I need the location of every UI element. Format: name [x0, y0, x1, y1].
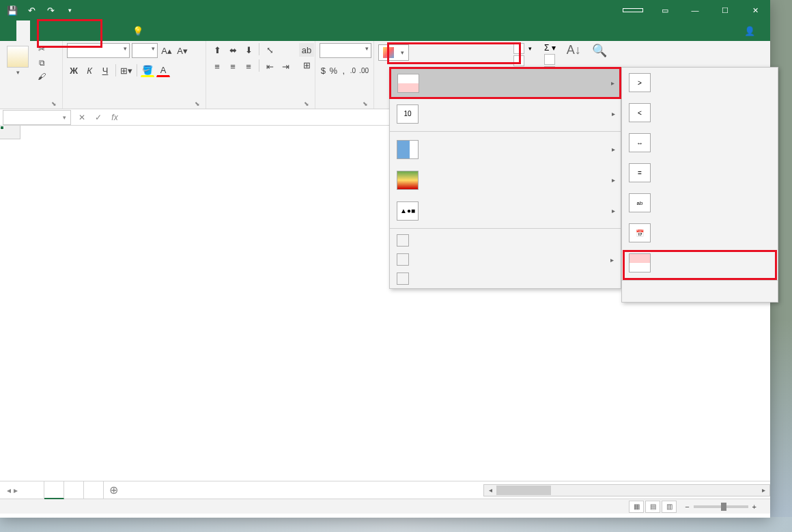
- view-page-layout-icon[interactable]: ▤: [645, 501, 660, 513]
- font-name-combo[interactable]: [67, 43, 130, 58]
- sheet-tab-3[interactable]: [64, 481, 84, 499]
- menu-top-bottom-rules[interactable]: 10 ▸: [390, 98, 621, 129]
- tab-home[interactable]: [16, 20, 30, 41]
- underline-button[interactable]: Ч: [98, 64, 112, 77]
- horizontal-scrollbar[interactable]: ◂ ▸: [483, 484, 770, 496]
- rule-equal-to[interactable]: =: [622, 158, 778, 188]
- maximize-icon[interactable]: ☐: [710, 0, 740, 20]
- align-bottom-icon[interactable]: ⬇: [242, 43, 255, 57]
- autosum-button[interactable]: Σ ▾: [544, 43, 556, 53]
- add-sheet-button[interactable]: ⊕: [104, 484, 123, 496]
- align-top-icon[interactable]: ⬆: [210, 43, 224, 57]
- comma-format-icon[interactable]: ,: [340, 64, 348, 77]
- scroll-thumb[interactable]: [496, 486, 551, 495]
- share-button[interactable]: 👤: [736, 26, 767, 36]
- merge-cells-icon[interactable]: ⊞: [299, 58, 314, 72]
- tab-help[interactable]: [112, 20, 126, 41]
- font-size-combo[interactable]: [132, 43, 158, 58]
- menu-color-scales[interactable]: ▸: [390, 165, 621, 195]
- number-format-combo[interactable]: [320, 43, 371, 58]
- rule-greater-than[interactable]: >: [622, 68, 778, 98]
- tab-prev-icon[interactable]: ◂: [7, 486, 11, 495]
- ribbon-options-icon[interactable]: ▭: [650, 0, 680, 20]
- rule-between[interactable]: ↔: [622, 128, 778, 158]
- menu-manage-rules[interactable]: [390, 269, 621, 288]
- orientation-icon[interactable]: ⤡: [263, 43, 277, 57]
- sheet-tab-1[interactable]: [25, 481, 44, 499]
- align-right-icon[interactable]: ≡: [242, 59, 255, 73]
- alignment-launcher-icon[interactable]: ⬊: [304, 100, 309, 107]
- tab-review[interactable]: [85, 20, 98, 41]
- decrease-font-icon[interactable]: A▾: [175, 44, 189, 57]
- indent-decrease-icon[interactable]: ⇤: [263, 59, 277, 73]
- undo-icon[interactable]: ↶: [25, 3, 38, 17]
- bold-button[interactable]: Ж: [67, 64, 81, 77]
- sheet-tab-2[interactable]: [44, 481, 64, 499]
- rule-more-rules[interactable]: [622, 283, 778, 302]
- scroll-right-icon[interactable]: ▸: [757, 486, 769, 494]
- insert-cells-button[interactable]: ▾: [513, 43, 532, 54]
- rule-less-than[interactable]: <: [622, 98, 778, 128]
- tab-insert[interactable]: [30, 20, 44, 41]
- align-middle-icon[interactable]: ⬌: [226, 43, 240, 57]
- zoom-out-button[interactable]: −: [685, 503, 689, 511]
- sheet-tab-4[interactable]: [84, 481, 104, 499]
- conditional-formatting-button[interactable]: ▾: [378, 44, 409, 61]
- tab-file[interactable]: [3, 20, 16, 41]
- paste-button[interactable]: ▾: [4, 43, 31, 79]
- view-normal-icon[interactable]: ▦: [629, 501, 644, 513]
- copy-icon[interactable]: ⧉: [36, 57, 48, 69]
- font-color-button[interactable]: A: [156, 64, 170, 77]
- tab-view[interactable]: [98, 20, 112, 41]
- indent-increase-icon[interactable]: ⇥: [279, 59, 292, 73]
- fill-button[interactable]: [544, 54, 556, 65]
- redo-icon[interactable]: ↷: [44, 3, 57, 17]
- align-center-icon[interactable]: ≡: [226, 59, 240, 73]
- align-left-icon[interactable]: ≡: [210, 59, 224, 73]
- sort-filter-button[interactable]: A↓: [567, 43, 581, 57]
- delete-cells-button[interactable]: [513, 55, 532, 66]
- tell-me-search[interactable]: 💡: [126, 20, 150, 41]
- tab-data[interactable]: [71, 20, 85, 41]
- rule-date-occurring[interactable]: 📅: [622, 218, 778, 248]
- cut-icon[interactable]: ✂: [36, 43, 48, 55]
- minimize-icon[interactable]: —: [680, 0, 710, 20]
- cancel-formula-icon[interactable]: ✕: [74, 113, 90, 122]
- font-launcher-icon[interactable]: ⬊: [195, 100, 200, 107]
- zoom-slider[interactable]: [694, 505, 748, 508]
- fill-color-button[interactable]: 🪣: [141, 64, 154, 77]
- tab-next-icon[interactable]: ▸: [14, 486, 18, 495]
- rule-duplicate-values[interactable]: [622, 248, 778, 278]
- signin-button[interactable]: [623, 8, 643, 12]
- decrease-decimal-icon[interactable]: .00: [358, 64, 369, 77]
- save-icon[interactable]: 💾: [5, 3, 19, 17]
- increase-decimal-icon[interactable]: .0: [350, 64, 357, 77]
- zoom-in-button[interactable]: +: [752, 503, 756, 511]
- fill-handle[interactable]: [0, 126, 4, 130]
- menu-clear-rules[interactable]: ▸: [390, 250, 621, 269]
- clipboard-launcher-icon[interactable]: ⬊: [51, 100, 57, 107]
- tab-formulas[interactable]: [57, 20, 71, 41]
- accounting-format-icon[interactable]: $: [320, 64, 327, 77]
- find-select-button[interactable]: 🔍: [592, 43, 607, 58]
- percent-format-icon[interactable]: %: [329, 64, 339, 77]
- increase-font-icon[interactable]: A▴: [160, 44, 173, 57]
- format-painter-icon[interactable]: 🖌: [36, 70, 48, 83]
- wrap-text-icon[interactable]: ab: [299, 43, 314, 57]
- name-box[interactable]: ▾: [3, 110, 71, 125]
- close-icon[interactable]: ✕: [740, 0, 770, 20]
- scroll-left-icon[interactable]: ◂: [484, 486, 496, 494]
- view-page-break-icon[interactable]: ▥: [662, 501, 677, 513]
- menu-data-bars[interactable]: ▸: [390, 134, 621, 165]
- menu-icon-sets[interactable]: ▲●■ ▸: [390, 195, 621, 226]
- qat-customize-icon[interactable]: ▾: [63, 3, 76, 17]
- border-button[interactable]: ⊞▾: [119, 64, 133, 77]
- menu-new-rule[interactable]: [390, 231, 621, 250]
- tab-page-layout[interactable]: [44, 20, 57, 41]
- insert-function-icon[interactable]: fx: [107, 113, 123, 122]
- menu-highlight-cell-rules[interactable]: ▸: [390, 68, 621, 98]
- rule-text-contains[interactable]: ab: [622, 188, 778, 218]
- enter-formula-icon[interactable]: ✓: [90, 113, 107, 122]
- number-launcher-icon[interactable]: ⬊: [363, 100, 368, 107]
- italic-button[interactable]: К: [83, 64, 96, 77]
